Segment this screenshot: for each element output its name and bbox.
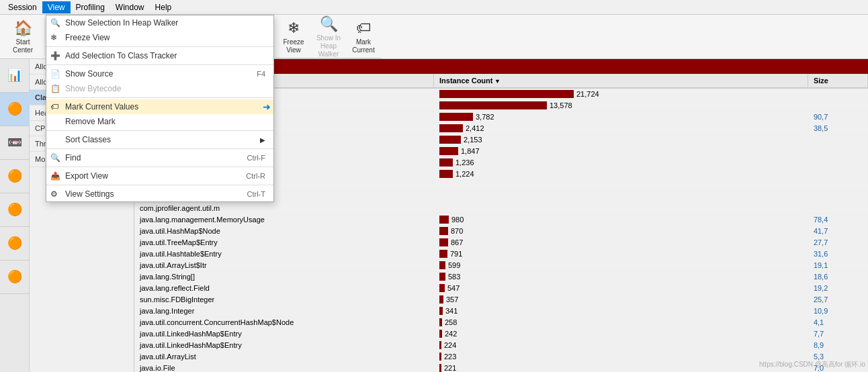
menu-item-freeze-view[interactable]: ❄Freeze View: [46, 30, 273, 45]
menu-item-icon: 📤: [50, 171, 60, 181]
cell-size: 18,6: [808, 271, 867, 283]
table-row[interactable]: java.util.LinkedHashMap$Entry2248,9: [134, 340, 868, 351]
menu-item-add-to-class[interactable]: ➕Add Selection To Class Tracker: [46, 48, 273, 63]
freeze-view-button[interactable]: ❄ Freeze View: [276, 17, 311, 56]
menu-item-icon: 🔍: [50, 153, 60, 162]
cell-size: [808, 180, 867, 191]
menu-item-mark-current-values[interactable]: 🏷Mark Current Values: [46, 99, 273, 114]
cell-instance-count: [434, 180, 808, 191]
cell-size: 4,1: [808, 317, 867, 328]
table-row[interactable]: com.jprofiler.agent.util.m: [134, 203, 868, 214]
recorded-icon: 📼: [7, 135, 22, 150]
menu-item-icon: 🔍: [50, 18, 60, 28]
cell-name: java.lang.String[]: [134, 271, 434, 283]
menu-window[interactable]: Window: [110, 1, 150, 13]
watermark: https://blog.CSDN @高高for 循环.io: [759, 360, 865, 369]
cell-size: [808, 191, 867, 203]
table-row[interactable]: java.io.File2217,0: [134, 363, 868, 373]
menu-item-sort-classes[interactable]: Sort Classes▶: [46, 132, 273, 147]
menu-help[interactable]: Help: [150, 1, 177, 13]
nav-icon-threads[interactable]: 🟠: [0, 227, 30, 261]
menu-separator: [46, 148, 273, 149]
nav-icon-all-objects[interactable]: 🟠: [0, 93, 30, 126]
cell-instance-count: 13,578: [434, 100, 808, 111]
col-instance-count[interactable]: Instance Count: [434, 74, 808, 88]
cell-size: 27,7: [808, 237, 867, 248]
cell-name: java.util.LinkedHashMap$Entry: [134, 328, 434, 340]
menu-separator: [46, 46, 273, 47]
cell-instance-count: 223: [434, 351, 808, 363]
table-row[interactable]: java.util.ArrayList$Itr59919,1: [134, 260, 868, 271]
nav-icon-cpu[interactable]: 🟠: [0, 193, 30, 227]
menu-separator: [46, 97, 273, 98]
table-row[interactable]: java.lang.management.MemoryUsage98078,4: [134, 214, 868, 226]
menu-session[interactable]: Session: [3, 1, 42, 13]
menu-profiling[interactable]: Profiling: [71, 1, 110, 13]
cell-instance-count: 357: [434, 294, 808, 306]
threads-icon: 🟠: [7, 236, 22, 250]
menu-item-view-settings[interactable]: ⚙View SettingsCtrl-T: [46, 187, 273, 201]
cell-name: java.util.ArrayList$Itr: [134, 260, 434, 271]
menu-view[interactable]: View: [42, 1, 71, 13]
menu-item-label: Sort Classes: [65, 135, 111, 144]
table-row[interactable]: java.util.HashMap$Node87041,7: [134, 226, 868, 237]
menu-item-icon: 📋: [50, 84, 60, 93]
heap-icon: 🟠: [7, 169, 22, 183]
menu-item-shortcut: F4: [243, 70, 265, 78]
table-row[interactable]: java.util.LinkedHashMap$Entry2427,7: [134, 328, 868, 340]
cell-name: java.util.LinkedHashMap$Entry: [134, 340, 434, 351]
table-row[interactable]: java.lang.reflect.Field54719,2: [134, 283, 868, 294]
cell-instance-count: 867: [434, 237, 808, 248]
table-row[interactable]: java.util.ArrayList2235,3: [134, 351, 868, 363]
cell-instance-count: 224: [434, 340, 808, 351]
nav-icon-recorded[interactable]: 📼: [0, 126, 30, 160]
menu-item-shortcut: Ctrl-T: [234, 190, 266, 198]
nav-icon-monitors[interactable]: 🟠: [0, 261, 30, 294]
toolbar-group-main: 🏠 Start Center: [1, 17, 45, 56]
cell-name: java.util.TreeMap$Entry: [134, 237, 434, 248]
submenu-arrow-icon: ▶: [260, 136, 265, 144]
cell-instance-count: 258: [434, 317, 808, 328]
cell-instance-count: [434, 203, 808, 214]
menu-item-label: Mark Current Values: [65, 102, 138, 111]
cell-size: [808, 203, 867, 214]
cell-name: java.lang.reflect.Field: [134, 283, 434, 294]
menu-item-icon: 📄: [50, 69, 60, 79]
menu-item-label: View Settings: [65, 189, 114, 199]
menu-item-export-view[interactable]: 📤Export ViewCtrl-R: [46, 169, 273, 183]
menu-item-label: Show Selection In Heap Walker: [65, 18, 178, 28]
nav-icon-telemetries[interactable]: 📊: [0, 59, 30, 93]
menu-item-show-heap[interactable]: 🔍Show Selection In Heap Walker: [46, 15, 273, 30]
col-size[interactable]: Size: [808, 74, 867, 88]
cell-name: java.lang.Integer: [134, 306, 434, 317]
menu-separator: [46, 130, 273, 131]
menu-item-show-bytecode: 📋Show Bytecode: [46, 81, 273, 96]
cell-size: 31,6: [808, 248, 867, 260]
heap-walker-icon: 🔍: [320, 15, 338, 33]
show-in-heap-walker-button[interactable]: 🔍 Show In Heap Walker: [311, 17, 346, 56]
menu-item-show-source[interactable]: 📄Show SourceF4: [46, 66, 273, 81]
cell-size: 8,9: [808, 340, 867, 351]
menu-item-find[interactable]: 🔍FindCtrl-F: [46, 150, 273, 165]
menu-item-label: Remove Mark: [65, 117, 116, 126]
cell-size: 19,2: [808, 283, 867, 294]
table-row[interactable]: java.util.concurrent.ConcurrentHashMap$N…: [134, 317, 868, 328]
menu-item-shortcut: Ctrl-R: [232, 172, 265, 180]
mark-current-button[interactable]: 🏷 Mark Current: [346, 17, 381, 56]
cell-instance-count: 341: [434, 306, 808, 317]
cell-name: java.util.concurrent.ConcurrentHashMap$N…: [134, 317, 434, 328]
cell-size: 10,9: [808, 306, 867, 317]
menu-item-remove-mark[interactable]: Remove Mark: [46, 114, 273, 129]
cell-instance-count: 547: [434, 283, 808, 294]
table-row[interactable]: java.lang.Integer34110,9: [134, 306, 868, 317]
table-row[interactable]: java.util.TreeMap$Entry86727,7: [134, 237, 868, 248]
cell-instance-count: 870: [434, 226, 808, 237]
table-row[interactable]: sun.misc.FDBigInteger35725,7: [134, 294, 868, 306]
cell-size: 38,5: [808, 123, 867, 134]
table-row[interactable]: java.util.Hashtable$Entry79131,6: [134, 248, 868, 260]
start-center-button[interactable]: 🏠 Start Center: [5, 17, 40, 56]
cell-size: [808, 134, 867, 146]
cell-instance-count: 21,724: [434, 88, 808, 100]
nav-icon-heap[interactable]: 🟠: [0, 160, 30, 193]
table-row[interactable]: java.lang.String[]58318,6: [134, 271, 868, 283]
